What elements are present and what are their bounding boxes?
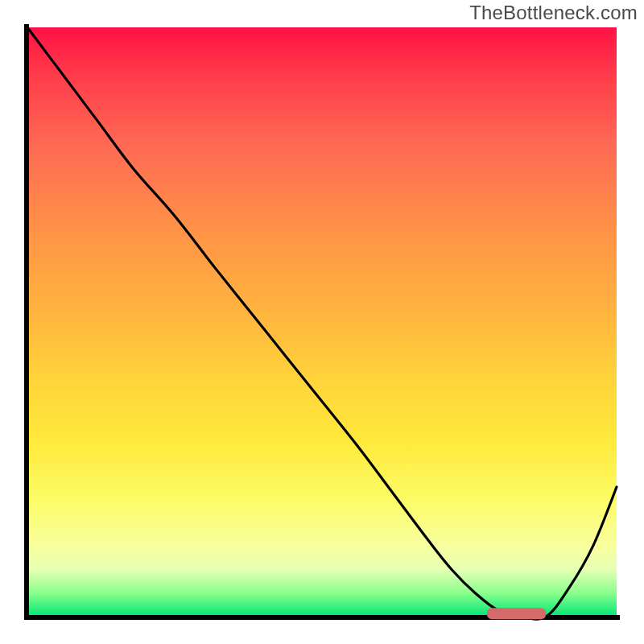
bottleneck-curve <box>27 27 617 619</box>
optimal-range-marker <box>487 608 546 619</box>
chart-overlay <box>27 27 617 617</box>
watermark-text: TheBottleneck.com <box>469 2 638 24</box>
chart-container: TheBottleneck.com <box>0 0 644 644</box>
